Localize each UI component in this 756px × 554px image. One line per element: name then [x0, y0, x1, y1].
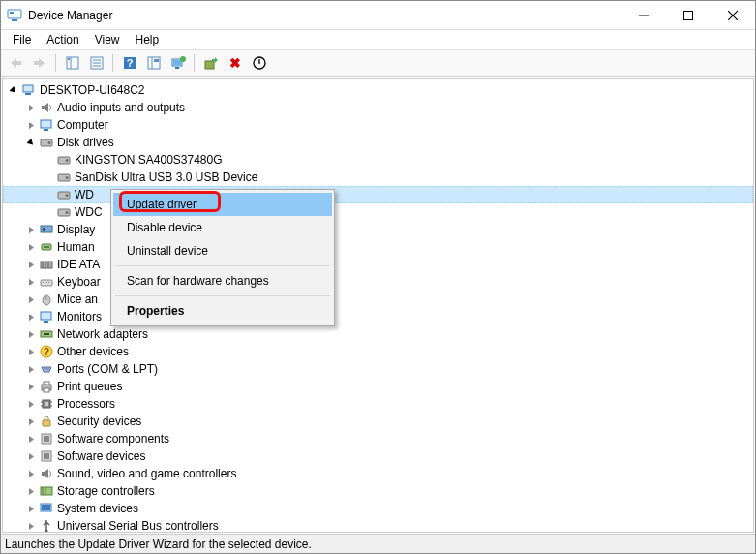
ctx-uninstall-device[interactable]: Uninstall device: [113, 239, 332, 262]
ctx-separator: [115, 295, 330, 296]
svg-point-31: [48, 141, 51, 144]
expander-icon[interactable]: [24, 415, 38, 428]
show-hide-tree-button[interactable]: [61, 52, 83, 74]
tree-node-other[interactable]: ? Other devices: [3, 343, 753, 360]
tree-label: Monitors: [57, 308, 102, 325]
tree-label: Security devices: [57, 413, 141, 430]
svg-rect-19: [154, 59, 159, 62]
svg-rect-26: [23, 85, 33, 92]
tree-label: Human: [57, 238, 95, 256]
properties-toolbar-button[interactable]: [85, 52, 107, 74]
tree-label: Computer: [57, 116, 108, 134]
ide-icon: [39, 257, 54, 272]
context-menu: Update driver Disable device Uninstall d…: [110, 189, 335, 326]
forward-button: [28, 52, 50, 74]
expander-icon[interactable]: [24, 345, 38, 358]
tree-label: SanDisk Ultra USB 3.0 USB Device: [75, 169, 257, 186]
svg-rect-66: [44, 388, 49, 392]
expander-icon[interactable]: [24, 432, 38, 446]
ports-icon: [39, 361, 54, 377]
svg-rect-22: [175, 67, 179, 69]
svg-point-33: [66, 159, 69, 162]
expander-icon[interactable]: [24, 519, 38, 532]
expander-icon[interactable]: [24, 223, 38, 236]
menu-view[interactable]: View: [87, 31, 128, 48]
expander-icon[interactable]: [24, 118, 38, 132]
expander-icon[interactable]: [24, 380, 38, 393]
update-driver-toolbar-button[interactable]: [199, 52, 222, 74]
expander-icon[interactable]: [7, 83, 20, 97]
expander-icon[interactable]: [24, 362, 38, 376]
expander-icon[interactable]: [24, 397, 38, 411]
help-toolbar-button[interactable]: ?: [118, 52, 140, 74]
maximize-button[interactable]: [666, 1, 711, 30]
tree-node-disk-drives[interactable]: Disk drives: [3, 134, 753, 151]
svg-rect-28: [41, 120, 51, 128]
tree-node-usb[interactable]: Universal Serial Bus controllers: [3, 517, 753, 532]
ctx-scan-hardware[interactable]: Scan for hardware changes: [113, 269, 332, 292]
svg-rect-51: [46, 282, 47, 283]
back-button: [4, 52, 26, 74]
svg-rect-40: [41, 226, 52, 232]
system-icon: [39, 501, 54, 516]
minimize-button[interactable]: [621, 1, 666, 30]
close-button[interactable]: [711, 1, 755, 30]
disk-icon: [56, 152, 72, 168]
expander-icon[interactable]: [24, 502, 38, 515]
tree-node-sound[interactable]: Sound, video and game controllers: [3, 465, 753, 482]
expander-icon[interactable]: [24, 275, 38, 289]
menu-file[interactable]: File: [5, 31, 39, 48]
scan-hardware-button[interactable]: [166, 52, 189, 74]
expander-icon[interactable]: [24, 310, 38, 323]
svg-rect-50: [45, 282, 45, 283]
tree-node-audio[interactable]: Audio inputs and outputs: [3, 99, 753, 116]
tree-label: KINGSTON SA400S37480G: [75, 151, 223, 169]
tree-node-sw-components[interactable]: Software components: [3, 430, 753, 447]
toolbar-separator: [112, 54, 113, 72]
tree-node-storage-controllers[interactable]: Storage controllers: [3, 482, 753, 500]
svg-rect-77: [44, 453, 49, 459]
svg-point-63: [47, 368, 49, 370]
tree-node-network[interactable]: Network adapters: [3, 325, 753, 343]
expander-icon[interactable]: [24, 240, 38, 254]
tree-label: Universal Serial Bus controllers: [57, 517, 219, 532]
svg-rect-0: [8, 10, 21, 18]
uninstall-toolbar-button[interactable]: ✖: [224, 52, 246, 74]
expander-icon[interactable]: [24, 449, 38, 463]
expander-icon[interactable]: [24, 101, 38, 114]
expander-icon[interactable]: [24, 136, 38, 149]
tree-node-disk-kingston[interactable]: KINGSTON SA400S37480G: [3, 151, 753, 169]
tree-node-disk-sandisk[interactable]: SanDisk Ultra USB 3.0 USB Device: [3, 169, 753, 186]
status-bar: Launches the Update Driver Wizard for th…: [1, 534, 755, 553]
action-toolbar-button[interactable]: [142, 52, 165, 74]
svg-rect-27: [25, 93, 31, 95]
ctx-disable-device[interactable]: Disable device: [113, 216, 332, 239]
svg-point-83: [45, 530, 48, 533]
expander-icon[interactable]: [24, 484, 38, 498]
svg-point-39: [66, 211, 69, 214]
svg-rect-68: [45, 402, 48, 406]
expander-icon[interactable]: [24, 292, 38, 306]
tree-label: System devices: [57, 500, 138, 517]
tree-node-print-queues[interactable]: Print queues: [3, 378, 753, 395]
expander-icon[interactable]: [24, 258, 38, 271]
tree-label: Ports (COM & LPT): [57, 360, 158, 378]
tree-node-security[interactable]: Security devices: [3, 413, 753, 430]
status-text: Launches the Update Driver Wizard for th…: [5, 538, 312, 551]
disable-toolbar-button[interactable]: [248, 52, 270, 74]
tree-node-processors[interactable]: Processors: [3, 395, 753, 413]
expander-icon[interactable]: [24, 467, 38, 480]
tree-node-ports[interactable]: Ports (COM & LPT): [3, 360, 753, 378]
tree-node-computer[interactable]: Computer: [3, 116, 753, 134]
expander-icon[interactable]: [24, 327, 38, 341]
ctx-update-driver[interactable]: Update driver: [113, 193, 332, 216]
tree-node-root[interactable]: DESKTOP-UI648C2: [3, 81, 753, 99]
menu-help[interactable]: Help: [128, 31, 167, 48]
menu-action[interactable]: Action: [39, 31, 86, 48]
tree-label: Software components: [57, 430, 169, 447]
speaker-icon: [39, 100, 54, 115]
tree-node-system[interactable]: System devices: [3, 500, 753, 517]
ctx-properties[interactable]: Properties: [113, 299, 332, 323]
tree-node-sw-devices[interactable]: Software devices: [3, 447, 753, 465]
svg-rect-5: [684, 11, 693, 19]
